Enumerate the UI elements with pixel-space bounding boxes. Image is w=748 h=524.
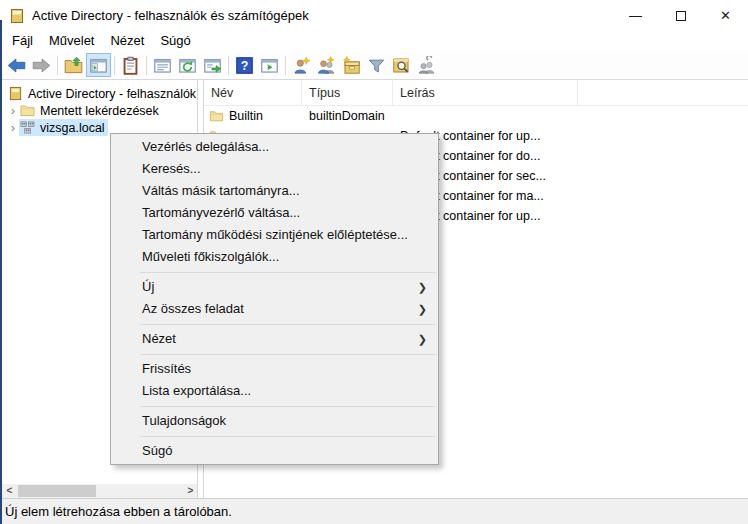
list-header: Név Típus Leírás [204,80,748,106]
tree-item-label: Active Directory - felhasználók é [28,87,198,101]
new-group-icon [317,56,336,75]
new-window-icon [260,56,279,75]
show-in-new-window-button[interactable] [257,53,282,77]
column-header-name[interactable]: Név [204,80,302,106]
menu-separator [140,406,436,407]
scroll-left-icon[interactable]: < [2,484,17,498]
forward-button[interactable] [29,53,54,77]
menu-item-new[interactable]: Új❯ [111,276,438,298]
new-group-button[interactable] [314,53,339,77]
find-button[interactable] [389,53,414,77]
scrollbar-thumb[interactable] [18,485,96,497]
maximize-button[interactable] [658,0,703,31]
tree-chevron-icon[interactable]: › [7,103,19,118]
add-to-group-icon [417,56,436,75]
toolbar-separator [114,56,115,75]
filter-icon [367,56,386,75]
tree-item-root[interactable]: Active Directory - felhasználók é [2,85,197,102]
set-filter-button[interactable] [364,53,389,77]
app-window: Active Directory - felhasználók és számí… [0,0,748,524]
title-bar: Active Directory - felhasználók és számí… [0,0,748,31]
toolbar-separator [57,56,58,75]
scroll-right-icon[interactable]: > [183,484,198,498]
menu-help[interactable]: Súgó [152,31,198,51]
new-ou-icon [342,56,361,75]
tree-chevron-icon[interactable]: › [7,120,19,135]
toolbar-separator [285,56,286,75]
status-bar: Új elem létrehozása ebben a tárolóban. [0,498,748,524]
close-icon: ✕ [720,8,731,23]
menu-item-properties[interactable]: Tulajdonságok [111,410,438,432]
close-button[interactable]: ✕ [703,0,748,31]
submenu-arrow-icon: ❯ [418,276,427,298]
maximize-icon [676,11,686,21]
window-properties-icon [153,56,172,75]
properties-clipboard-button[interactable] [118,53,143,77]
forward-icon [32,56,51,75]
menu-action[interactable]: Művelet [41,31,103,51]
tree-item-label: vizsga.local [40,121,105,135]
back-icon [7,56,26,75]
minimize-icon: — [629,8,642,23]
menu-item-all-tasks[interactable]: Az összes feladat❯ [111,298,438,320]
new-user-icon [292,56,311,75]
cell-name-text: Builtin [229,109,263,123]
menu-bar: Fájl Művelet Nézet Súgó [2,31,748,51]
toolbar: ? [2,51,748,80]
column-header-type[interactable]: Típus [302,80,393,106]
window-accent-border [0,20,2,524]
cell-type-text: builtinDomain [302,109,393,123]
status-text: Új elem létrehozása ebben a tárolóban. [5,504,232,519]
menu-separator [140,272,436,273]
menu-item-export-list[interactable]: Lista exportálása... [111,380,438,402]
window-properties-button[interactable] [150,53,175,77]
export-list-icon [203,56,222,75]
window-title: Active Directory - felhasználók és számí… [32,8,309,23]
console-tree: Active Directory - felhasználók é › Ment… [2,80,197,136]
minimize-button[interactable]: — [613,0,658,31]
menu-item-help[interactable]: Súgó [111,440,438,462]
tree-item-saved-queries[interactable]: › Mentett lekérdezések [2,102,197,119]
column-header-filler [578,80,748,106]
menu-file[interactable]: Fájl [4,31,41,51]
toolbar-separator [146,56,147,75]
new-organizational-unit-button[interactable] [339,53,364,77]
list-row-builtin[interactable]: Builtin builtinDomain [204,106,748,126]
column-header-description[interactable]: Leírás [393,80,578,106]
submenu-arrow-icon: ❯ [418,298,427,320]
refresh-button[interactable] [175,53,200,77]
menu-item-delegate-control[interactable]: Vezérlés delegálása... [111,136,438,158]
menu-view[interactable]: Nézet [102,31,152,51]
window-controls: — ✕ [613,0,748,31]
folder-icon [20,103,35,118]
help-icon: ? [235,56,254,75]
svg-text:?: ? [241,59,249,73]
submenu-arrow-icon: ❯ [418,328,427,350]
tree-horizontal-scrollbar[interactable]: < > [2,484,198,498]
up-one-level-button[interactable] [61,53,86,77]
menu-item-view[interactable]: Nézet❯ [111,328,438,350]
menu-item-operations-masters[interactable]: Műveleti főkiszolgálók... [111,246,438,268]
menu-item-raise-domain-functional-level[interactable]: Tartomány működési szintjének előlépteté… [111,224,438,246]
menu-item-change-domain[interactable]: Váltás másik tartományra... [111,180,438,202]
menu-item-find[interactable]: Keresés... [111,158,438,180]
export-list-button[interactable] [200,53,225,77]
tree-item-domain-selection[interactable]: vizsga.local [19,119,108,136]
menu-separator [140,354,436,355]
mmc-console-icon [9,8,25,24]
menu-item-change-domain-controller[interactable]: Tartományvezérlő váltása... [111,202,438,224]
toolbar-separator [228,56,229,75]
domain-icon [20,120,35,135]
console-icon [8,86,23,101]
console-tree-icon [89,56,108,75]
back-button[interactable] [4,53,29,77]
folder-icon [209,109,224,123]
tree-item-label: Mentett lekérdezések [40,104,159,118]
clipboard-icon [121,56,140,75]
show-hide-console-tree-button[interactable] [86,53,111,77]
new-user-button[interactable] [289,53,314,77]
add-to-group-button[interactable] [414,53,439,77]
menu-item-refresh[interactable]: Frissítés [111,358,438,380]
up-one-level-icon [64,56,83,75]
help-button[interactable]: ? [232,53,257,77]
